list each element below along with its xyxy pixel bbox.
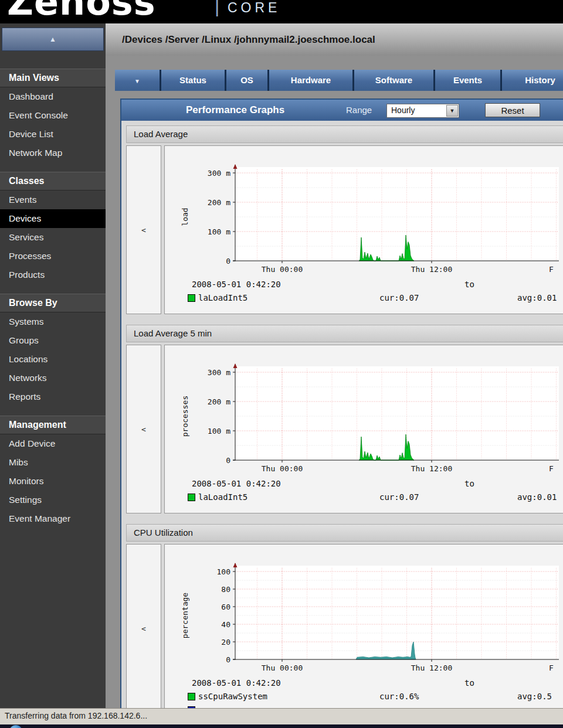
sidebar-item-events[interactable]: Events <box>0 190 106 209</box>
legend-current-value: cur:0.6% <box>379 692 419 701</box>
sidebar-item-add-device[interactable]: Add Device <box>0 434 106 453</box>
sidebar-item-systems[interactable]: Systems <box>0 312 106 331</box>
legend-series-name: laLoadInt5 <box>198 492 247 502</box>
sidebar-item-products[interactable]: Products <box>0 266 106 284</box>
svg-text:100: 100 <box>217 567 230 576</box>
graph-time-range: 2008-05-01 0:42:20 to <box>165 278 563 292</box>
tab-menu-button[interactable]: ▼ <box>115 70 160 91</box>
svg-text:100 m: 100 m <box>208 427 230 436</box>
tab-status[interactable]: Status <box>161 70 225 91</box>
logo-separator: | <box>215 0 219 17</box>
graph-ylabel: percentage <box>181 593 189 638</box>
graph-start-time: 2008-05-01 0:42:20 <box>192 678 281 688</box>
graph-legend-row: laLoadInt5 cur:0.07 avg:0.01 <box>165 292 563 305</box>
legend-current-value: cur:0.07 <box>379 293 419 302</box>
sidebar-item-settings[interactable]: Settings <box>0 491 106 509</box>
legend-swatch <box>188 294 195 302</box>
rrd-graph: 0100 m200 m300 mThu 00:00Thu 12:00F <box>165 349 559 478</box>
legend-series-name: ssCpuRawSystem <box>198 692 267 701</box>
scroll-left-button[interactable]: < <box>126 145 161 314</box>
reset-button[interactable]: Reset <box>485 103 540 117</box>
svg-text:300 m: 300 m <box>208 368 230 377</box>
sidebar-item-device-list[interactable]: Device List <box>0 125 106 144</box>
sidebar-section-management: Management <box>0 416 106 434</box>
sidebar-item-processes[interactable]: Processes <box>0 247 106 266</box>
sidebar-item-services[interactable]: Services <box>0 228 106 247</box>
graph-section-title-cpu-utilization: CPU Utilization <box>126 524 563 542</box>
panel-header: Performance Graphs Range Hourly ▼ Reset <box>121 100 563 121</box>
main-area: ▼ Status OS Hardware Software Events His… <box>106 56 563 708</box>
graph-time-range: 2008-05-01 0:42:20 to <box>165 478 563 491</box>
svg-text:Thu 12:00: Thu 12:00 <box>411 664 452 672</box>
scroll-left-icon: < <box>141 624 146 633</box>
sidebar-section-browse-by: Browse By <box>0 294 106 312</box>
sidebar-item-locations[interactable]: Locations <box>0 350 106 369</box>
breadcrumb[interactable]: /Devices /Server /Linux /johnnymail2.joe… <box>122 34 375 46</box>
scroll-left-button[interactable]: < <box>126 345 161 513</box>
sidebar-item-dashboard[interactable]: Dashboard <box>0 87 106 106</box>
graph-canvas-cpu-utilization: 020406080100Thu 00:00Thu 12:00F percenta… <box>164 544 563 709</box>
panel-title: Performance Graphs <box>186 100 284 121</box>
graph-row-cpu-utilization: < 020406080100Thu 00:00Thu 12:00F percen… <box>126 544 563 709</box>
graph-to-label: to <box>464 280 474 289</box>
rrd-graph: 020406080100Thu 00:00Thu 12:00F <box>165 548 559 677</box>
app-icon[interactable] <box>9 725 22 728</box>
svg-text:300 m: 300 m <box>208 169 230 178</box>
svg-text:200 m: 200 m <box>208 397 230 406</box>
tab-hardware[interactable]: Hardware <box>269 70 352 91</box>
graph-legend-row: laLoadInt5 cur:0.07 avg:0.01 <box>165 491 563 505</box>
svg-text:60: 60 <box>221 603 230 611</box>
sidebar-collapse-button[interactable]: ▲ <box>2 28 104 51</box>
svg-text:40: 40 <box>221 620 230 629</box>
sidebar-item-network-map[interactable]: Network Map <box>0 144 106 162</box>
svg-text:F: F <box>549 265 554 274</box>
graph-canvas-load-average: 0100 m200 m300 mThu 00:00Thu 12:00F load… <box>164 145 563 314</box>
tab-software[interactable]: Software <box>354 70 433 91</box>
tab-os[interactable]: OS <box>226 70 267 91</box>
svg-text:80: 80 <box>221 585 230 594</box>
rrd-graph: 0100 m200 m300 mThu 00:00Thu 12:00F <box>165 149 559 278</box>
svg-text:Thu 00:00: Thu 00:00 <box>262 664 303 672</box>
legend-current-value: cur:0.07 <box>379 492 419 502</box>
sidebar-header: ▲ <box>0 23 106 56</box>
svg-text:0: 0 <box>226 456 230 465</box>
legend-series-name: laLoadInt5 <box>198 293 247 302</box>
logo-bar: Zenoss | CORE <box>0 0 563 23</box>
sidebar-item-groups[interactable]: Groups <box>0 331 106 350</box>
graph-canvas-load-average-5min: 0100 m200 m300 mThu 00:00Thu 12:00F proc… <box>164 345 563 513</box>
legend-swatch <box>188 494 195 501</box>
graph-to-label: to <box>464 479 474 488</box>
scroll-left-button[interactable]: < <box>126 544 161 709</box>
svg-text:F: F <box>549 464 554 473</box>
svg-text:Thu 12:00: Thu 12:00 <box>411 265 452 274</box>
sidebar-item-mibs[interactable]: Mibs <box>0 453 106 472</box>
sidebar-item-devices[interactable]: Devices <box>0 209 106 228</box>
svg-text:0: 0 <box>226 257 230 266</box>
graph-ylabel: processes <box>181 396 189 437</box>
zenoss-logo: Zenoss <box>7 0 156 23</box>
sidebar-item-monitors[interactable]: Monitors <box>0 472 106 491</box>
select-dropdown-icon[interactable]: ▼ <box>446 105 458 117</box>
sidebar-item-reports[interactable]: Reports <box>0 387 106 406</box>
svg-text:0: 0 <box>226 655 230 664</box>
legend-average-value: avg:0.5 <box>517 692 552 701</box>
sidebar-item-event-manager[interactable]: Event Manager <box>0 509 106 528</box>
scroll-left-icon: < <box>141 226 146 234</box>
performance-graphs-panel: Performance Graphs Range Hourly ▼ Reset … <box>120 98 563 710</box>
graph-to-label: to <box>464 678 474 688</box>
tab-history[interactable]: History <box>502 70 563 91</box>
sidebar-item-networks[interactable]: Networks <box>0 369 106 387</box>
svg-text:20: 20 <box>221 638 230 647</box>
tab-events[interactable]: Events <box>435 70 500 91</box>
legend-swatch <box>188 693 195 700</box>
panel-body: Load Average < 0100 m200 m300 mThu 00:00… <box>121 121 563 709</box>
legend-average-value: avg:0.01 <box>517 492 557 502</box>
sidebar-section-classes: Classes <box>0 172 106 190</box>
sidebar-item-event-console[interactable]: Event Console <box>0 106 106 125</box>
range-select[interactable]: Hourly ▼ <box>386 104 459 118</box>
range-label: Range <box>346 100 372 121</box>
svg-text:F: F <box>549 664 554 672</box>
range-select-value: Hourly <box>391 106 415 115</box>
tab-bar: ▼ Status OS Hardware Software Events His… <box>115 70 563 91</box>
graph-section-title-load-average-5min: Load Average 5 min <box>126 325 563 342</box>
